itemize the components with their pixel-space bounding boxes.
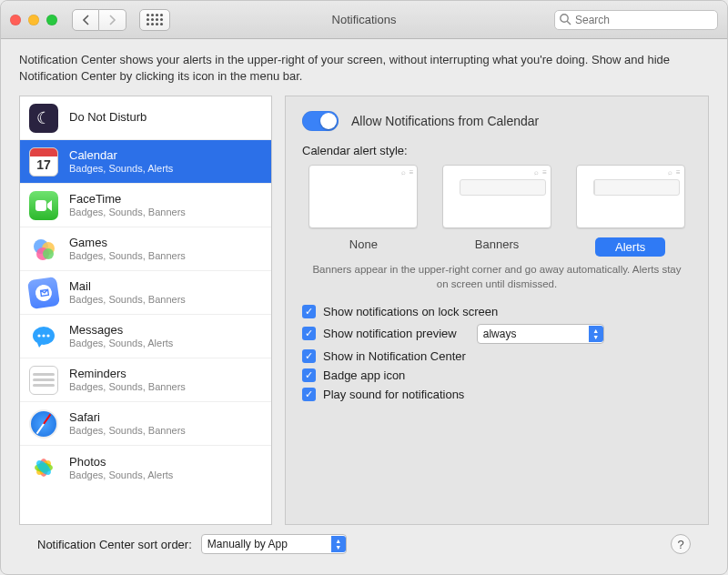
allow-notifications-toggle[interactable] [302,111,339,131]
badge-checkbox-row[interactable]: ✓ Badge app icon [302,368,692,382]
sidebar-item-safari[interactable]: Safari Badges, Sounds, Banners [20,402,271,446]
sidebar-item-label: Do Not Disturb [69,111,147,125]
svg-point-6 [43,248,54,259]
back-button[interactable] [72,9,99,31]
alert-style-row: ⌕≡ None ⌕≡ Banners ⌕≡ Alerts [302,165,692,257]
sidebar-item-sublabel: Badges, Sounds, Banners [69,250,186,262]
photos-icon [29,453,58,482]
preview-alerts: ⌕≡ [576,165,685,228]
alert-style-none[interactable]: ⌕≡ None [302,165,425,257]
preview-label: Show notification preview [323,327,457,340]
sidebar-item-label: Photos [69,456,173,469]
sidebar-item-label: Games [69,237,186,250]
notification-center-label: Show in Notification Center [323,349,466,363]
search-icon [559,13,571,25]
sidebar-item-messages[interactable]: Messages Badges, Sounds, Alerts [20,315,271,358]
svg-point-9 [37,334,40,337]
alert-style-label: Calendar alert style: [302,144,692,157]
moon-icon: ☾ [29,104,58,133]
sidebar-item-mail[interactable]: Mail Badges, Sounds, Banners [20,271,271,315]
sidebar-item-calendar[interactable]: 17 Calendar Badges, Sounds, Alerts [20,140,271,184]
sidebar-item-reminders[interactable]: Reminders Badges, Sounds, Banners [20,358,271,402]
svg-point-10 [42,334,45,337]
sidebar-item-sublabel: Badges, Sounds, Alerts [69,469,173,481]
checkbox-checked-icon: ✓ [302,349,316,363]
sidebar-item-facetime[interactable]: FaceTime Badges, Sounds, Banners [20,184,271,227]
allow-notifications-label: Allow Notifications from Calendar [351,114,539,128]
detail-panel: Allow Notifications from Calendar Calend… [285,96,709,525]
grid-icon [147,14,163,25]
badge-label: Badge app icon [323,368,405,382]
sidebar-item-label: Messages [69,324,173,338]
sidebar-item-photos[interactable]: Photos Badges, Sounds, Alerts [20,446,271,489]
svg-point-11 [46,334,49,337]
preview-select[interactable]: always ▲▼ [477,324,604,344]
window-body: Notification Center shows your alerts in… [1,39,727,574]
select-arrows-icon: ▲▼ [589,326,603,342]
preview-banners: ⌕≡ [442,165,551,228]
game-center-icon [29,235,58,264]
sidebar-item-sublabel: Badges, Sounds, Banners [69,207,186,218]
sidebar-item-games[interactable]: Games Badges, Sounds, Banners [20,227,271,271]
checkbox-checked-icon: ✓ [302,388,316,401]
help-button[interactable]: ? [671,534,691,554]
sidebar-item-sublabel: Badges, Sounds, Alerts [69,338,173,349]
sort-order-value: Manually by App [207,538,288,550]
mail-icon [27,277,60,309]
preview-checkbox-row[interactable]: ✓ Show notification preview always ▲▼ [302,324,692,344]
app-list[interactable]: ☾ Do Not Disturb 17 Calendar Badges, Sou… [19,96,272,525]
forward-button[interactable] [99,9,126,31]
titlebar: Notifications [1,1,727,39]
svg-point-0 [561,14,568,21]
sound-checkbox-row[interactable]: ✓ Play sound for notifications [302,388,692,401]
sort-order-select[interactable]: Manually by App ▲▼ [201,534,347,554]
footer: Notification Center sort order: Manually… [19,525,709,567]
nav-buttons [72,9,126,31]
sidebar-item-label: Mail [69,280,186,294]
messages-icon [29,322,58,351]
reminders-icon [29,366,58,395]
description-text: Notification Center shows your alerts in… [19,52,709,85]
chevron-left-icon [82,15,90,25]
chevron-right-icon [108,15,116,25]
checkbox-checked-icon: ✓ [302,368,316,382]
sidebar-item-label: Safari [69,411,186,425]
svg-line-1 [567,21,571,25]
lock-screen-label: Show notifications on lock screen [323,305,498,318]
content-panes: ☾ Do Not Disturb 17 Calendar Badges, Sou… [19,96,709,525]
sort-order-label: Notification Center sort order: [37,538,192,551]
sidebar-item-label: FaceTime [69,193,186,207]
checkbox-checked-icon: ✓ [302,305,316,318]
sidebar-item-sublabel: Badges, Sounds, Banners [69,425,186,437]
facetime-icon [29,191,58,220]
alert-style-banners-label: Banners [475,237,519,251]
alert-style-alerts[interactable]: ⌕≡ Alerts [569,165,692,257]
checkbox-checked-icon: ✓ [302,327,316,340]
safari-icon [29,409,58,439]
sidebar-item-sublabel: Badges, Sounds, Alerts [69,163,173,175]
question-mark-icon: ? [677,538,683,551]
svg-rect-2 [35,200,46,211]
sound-label: Play sound for notifications [323,388,464,401]
sidebar-item-sublabel: Badges, Sounds, Banners [69,294,186,306]
calendar-icon: 17 [29,147,58,177]
zoom-button[interactable] [46,15,57,25]
select-arrows-icon: ▲▼ [331,536,346,552]
sidebar-item-label: Reminders [69,368,186,381]
window-controls [10,15,57,25]
lock-screen-checkbox-row[interactable]: ✓ Show notifications on lock screen [302,305,692,318]
alert-style-hint: Banners appear in the upper-right corner… [309,262,684,291]
notification-center-checkbox-row[interactable]: ✓ Show in Notification Center [302,349,692,363]
search-input[interactable] [554,10,718,30]
alert-style-banners[interactable]: ⌕≡ Banners [436,165,559,257]
minimize-button[interactable] [28,15,39,25]
sidebar-item-label: Calendar [69,149,173,163]
show-all-button[interactable] [139,9,170,31]
preview-select-value: always [483,328,517,340]
sidebar-item-sublabel: Badges, Sounds, Banners [69,381,186,393]
alert-style-none-label: None [349,237,378,251]
sidebar-item-do-not-disturb[interactable]: ☾ Do Not Disturb [20,96,271,140]
close-button[interactable] [10,15,21,25]
alert-style-alerts-label: Alerts [595,237,665,257]
preview-none: ⌕≡ [308,165,418,228]
